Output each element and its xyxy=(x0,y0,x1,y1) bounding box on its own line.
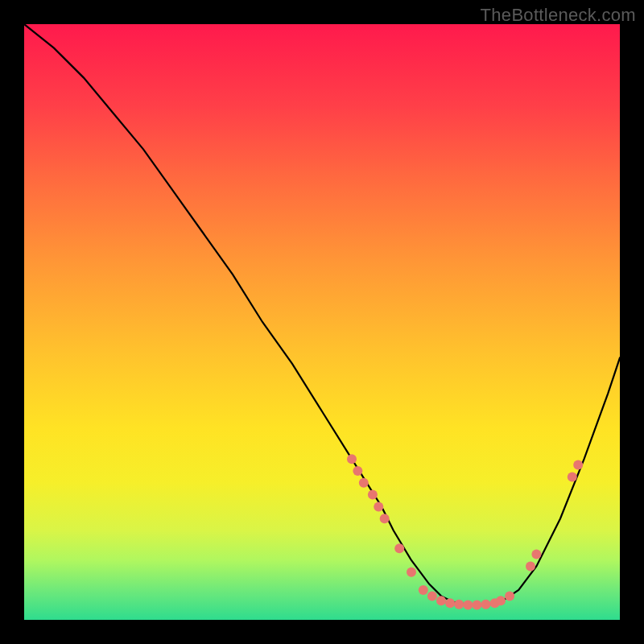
plot-area xyxy=(24,24,620,620)
gradient-background xyxy=(24,24,620,620)
watermark-text: TheBottleneck.com xyxy=(481,5,636,26)
chart-container: TheBottleneck.com xyxy=(0,0,644,644)
